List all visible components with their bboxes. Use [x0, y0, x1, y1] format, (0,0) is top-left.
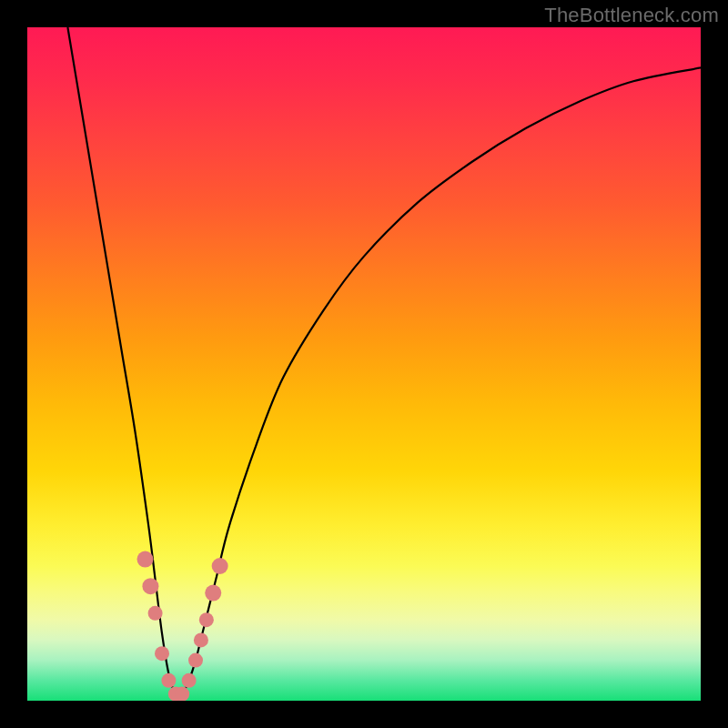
- highlight-bead: [161, 673, 176, 688]
- bead-group: [137, 551, 228, 701]
- highlight-bead: [137, 551, 154, 568]
- highlight-bead: [148, 606, 163, 621]
- curve-svg: [27, 27, 701, 701]
- plot-area: [27, 27, 701, 701]
- highlight-bead: [155, 646, 169, 661]
- highlight-bead: [175, 687, 189, 701]
- bottleneck-curve: [67, 27, 701, 696]
- highlight-bead: [188, 653, 203, 668]
- highlight-bead: [194, 632, 208, 647]
- chart-frame: TheBottleneck.com: [0, 0, 728, 728]
- highlight-bead: [142, 578, 158, 594]
- highlight-bead: [212, 558, 228, 574]
- highlight-bead: [205, 585, 221, 602]
- highlight-bead: [182, 673, 197, 688]
- watermark-text: TheBottleneck.com: [544, 4, 719, 27]
- highlight-bead: [199, 612, 214, 627]
